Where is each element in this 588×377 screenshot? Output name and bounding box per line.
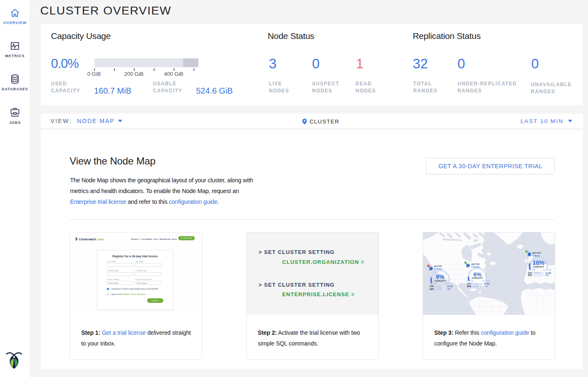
svg-text:35.1 GiB: 35.1 GiB	[445, 282, 453, 285]
svg-text:34.4 GiB: 34.4 GiB	[543, 268, 552, 271]
svg-text:CAPACITY: CAPACITY	[434, 280, 446, 282]
svg-text:11.0%: 11.0%	[447, 285, 452, 288]
svg-text:2 Nodes: 2 Nodes	[434, 268, 443, 270]
svg-text:3.6 GiB: 3.6 GiB	[528, 268, 535, 271]
svg-text:10%: 10%	[532, 259, 544, 266]
svg-text:geo=nyc: geo=nyc	[472, 263, 480, 265]
svg-text:QPS: QPS	[430, 288, 434, 290]
svg-text:4.7: 4.7	[448, 288, 450, 290]
svg-text:QPS: QPS	[528, 274, 532, 276]
svg-text:CPU: CPU	[430, 285, 434, 288]
svg-text:QPS: QPS	[467, 285, 472, 288]
svg-text:geo=ams: geo=ams	[532, 252, 541, 254]
svg-text:geo=sfo: geo=sfo	[434, 265, 442, 267]
svg-text:3.2 GiB: 3.2 GiB	[429, 282, 436, 285]
svg-text:2 Nodes: 2 Nodes	[472, 266, 480, 268]
svg-text:43.7 GiB: 43.7 GiB	[482, 280, 490, 282]
svg-text:3.7 GiB: 3.7 GiB	[466, 280, 473, 282]
svg-text:CAPACITY: CAPACITY	[533, 266, 544, 268]
svg-text:CAPACITY: CAPACITY	[472, 277, 483, 279]
svg-text:1 Node: 1 Node	[532, 254, 540, 257]
svg-text:0.0: 0.0	[484, 285, 487, 288]
svg-text:0.4: 0.4	[546, 274, 549, 276]
